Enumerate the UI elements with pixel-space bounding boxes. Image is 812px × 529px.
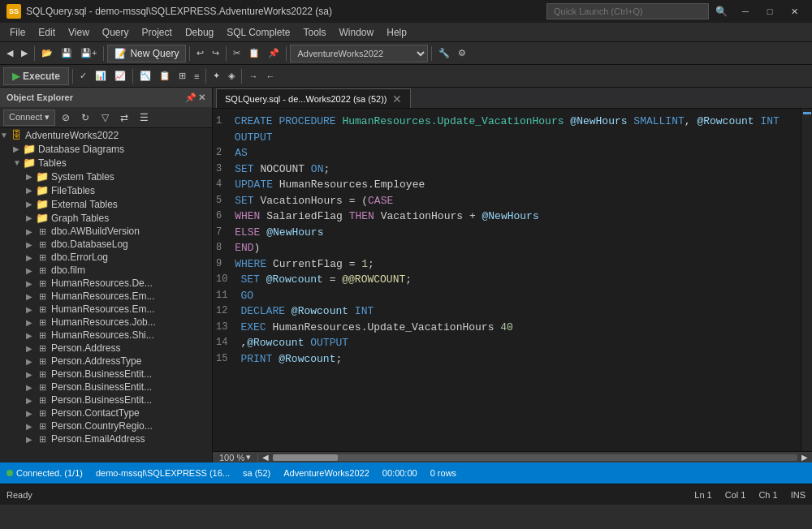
menu-window[interactable]: Window <box>333 24 381 41</box>
forward-button[interactable]: ▶ <box>18 44 31 63</box>
tree-node[interactable]: ▶⊞Person.Address <box>0 342 212 355</box>
tree-node[interactable]: ▶⊞Person.EmailAddress <box>0 432 212 445</box>
menu-edit[interactable]: Edit <box>32 24 62 41</box>
tree-expand-icon[interactable]: ▶ <box>26 240 36 249</box>
tree-node[interactable]: ▼🗄AdventureWorks2022 <box>0 128 212 142</box>
quick-launch-input[interactable] <box>546 3 709 19</box>
h-scroll-thumb[interactable] <box>273 454 338 461</box>
tree-expand-icon[interactable]: ▶ <box>26 344 36 353</box>
new-query-button[interactable]: 📝 New Query <box>107 45 186 62</box>
menu-view[interactable]: View <box>62 24 96 41</box>
tree-expand-icon[interactable]: ▶ <box>26 213 36 222</box>
tree-node[interactable]: ▶⊞HumanResources.Em... <box>0 303 212 316</box>
tree-node[interactable]: ▶⊞dbo.ErrorLog <box>0 251 212 264</box>
toolbar-extra2[interactable]: ⚙ <box>455 44 469 63</box>
display-estimated-button[interactable]: 📊 <box>92 67 110 86</box>
tab-close-button[interactable]: ✕ <box>392 92 402 105</box>
tree-expand-icon[interactable]: ▶ <box>26 200 36 209</box>
scroll-right-button[interactable]: ▶ <box>799 453 810 462</box>
close-oe-icon[interactable]: ✕ <box>198 92 205 103</box>
tree-expand-icon[interactable]: ▶ <box>26 435 36 444</box>
undo-button[interactable]: ↩ <box>193 44 207 63</box>
tree-node[interactable]: ▶⊞HumanResources.De... <box>0 277 212 290</box>
close-button[interactable]: ✕ <box>783 3 806 19</box>
filter-button[interactable]: ▽ <box>96 110 114 126</box>
tree-expand-icon[interactable]: ▶ <box>26 331 36 340</box>
tree-node[interactable]: ▶⊞Person.AddressType <box>0 355 212 368</box>
tree-expand-icon[interactable]: ▶ <box>26 409 36 418</box>
tree-expand-icon[interactable]: ▶ <box>26 305 36 314</box>
tree-node[interactable]: ▼📁Tables <box>0 156 212 170</box>
h-scroll-track[interactable] <box>273 454 797 461</box>
tree-expand-icon[interactable]: ▶ <box>26 186 36 195</box>
scroll-left-button[interactable]: ◀ <box>260 453 271 462</box>
results-text-button[interactable]: ≡ <box>191 67 202 86</box>
execute-button[interactable]: ▶ Execute <box>3 67 69 85</box>
outdent-button[interactable]: ← <box>262 67 278 86</box>
disconnect-button[interactable]: ⊘ <box>57 110 75 126</box>
tree-node[interactable]: ▶📁FileTables <box>0 183 212 197</box>
display-actual-button[interactable]: 📈 <box>111 67 129 86</box>
include-actual-button[interactable]: 📉 <box>136 67 154 86</box>
database-selector[interactable]: AdventureWorks2022 <box>290 45 428 62</box>
redo-button[interactable]: ↪ <box>209 44 222 63</box>
open-file-button[interactable]: 📂 <box>38 44 56 63</box>
menu-query[interactable]: Query <box>96 24 136 41</box>
tree-expand-icon[interactable]: ▶ <box>26 357 36 366</box>
tree-expand-icon[interactable]: ▶ <box>26 253 36 262</box>
connect-button[interactable]: Connect ▾ <box>3 110 55 126</box>
include-stats-button[interactable]: 📋 <box>156 67 174 86</box>
tree-node[interactable]: ▶⊞Person.BusinessEntit... <box>0 381 212 394</box>
menu-tools[interactable]: Tools <box>297 24 333 41</box>
save-button[interactable]: 💾 <box>58 44 76 63</box>
tree-expand-icon[interactable]: ▶ <box>26 422 36 431</box>
refresh-button[interactable]: ↻ <box>76 110 94 126</box>
zoom-dropdown-icon[interactable]: ▾ <box>246 452 251 462</box>
tree-node[interactable]: ▶⊞HumanResources.Job... <box>0 316 212 329</box>
maximize-button[interactable]: □ <box>758 3 781 19</box>
tree-node[interactable]: ▶📁Graph Tables <box>0 211 212 225</box>
copy-button[interactable]: 📋 <box>245 44 263 63</box>
tree-node[interactable]: ▶⊞Person.CountryRegio... <box>0 419 212 432</box>
indent-button[interactable]: → <box>245 67 261 86</box>
menu-debug[interactable]: Debug <box>179 24 220 41</box>
summary-button[interactable]: ☰ <box>135 110 153 126</box>
horizontal-scrollbar[interactable]: 100 % ▾ ◀ ▶ <box>213 451 812 462</box>
tree-expand-icon[interactable]: ▶ <box>26 292 36 301</box>
menu-file[interactable]: File <box>3 24 32 41</box>
tree-expand-icon[interactable]: ▶ <box>26 279 36 288</box>
tree-expand-icon[interactable]: ▼ <box>13 158 23 167</box>
comment-button[interactable]: ✦ <box>209 67 223 86</box>
tree-node[interactable]: ▶⊞dbo.AWBuildVersion <box>0 225 212 238</box>
paste-button[interactable]: 📌 <box>265 44 283 63</box>
tree-expand-icon[interactable]: ▶ <box>26 318 36 327</box>
tree-expand-icon[interactable]: ▶ <box>13 144 23 153</box>
tree-node[interactable]: ▶📁External Tables <box>0 197 212 211</box>
uncomment-button[interactable]: ◈ <box>225 67 238 86</box>
editor-tab[interactable]: SQLQuery.sql - de...Works2022 (sa (52)) … <box>216 88 411 108</box>
menu-project[interactable]: Project <box>136 24 179 41</box>
save-all-button[interactable]: 💾+ <box>77 44 100 63</box>
menu-sqlcomplete[interactable]: SQL Complete <box>220 24 296 41</box>
tree-node[interactable]: ▶⊞Person.ContactType <box>0 406 212 419</box>
tree-node[interactable]: ▶⊞HumanResources.Em... <box>0 290 212 303</box>
menu-help[interactable]: Help <box>380 24 413 41</box>
code-editor[interactable]: 1CREATE PROCEDURE HumanResources.Update_… <box>213 109 801 451</box>
tree-expand-icon[interactable]: ▼ <box>0 131 10 140</box>
tree-node[interactable]: ▶⊞dbo.film <box>0 264 212 277</box>
cut-button[interactable]: ✂ <box>230 44 244 63</box>
tree-node[interactable]: ▶📁Database Diagrams <box>0 142 212 156</box>
tree-node[interactable]: ▶📁System Tables <box>0 170 212 183</box>
minimize-button[interactable]: ─ <box>734 3 757 19</box>
tree-expand-icon[interactable]: ▶ <box>26 396 36 405</box>
tree-node[interactable]: ▶⊞HumanResources.Shi... <box>0 329 212 342</box>
tree-node[interactable]: ▶⊞Person.BusinessEntit... <box>0 368 212 381</box>
tree-expand-icon[interactable]: ▶ <box>26 383 36 392</box>
back-button[interactable]: ◀ <box>3 44 16 63</box>
toolbar-extra1[interactable]: 🔧 <box>435 44 453 63</box>
tree-node[interactable]: ▶⊞Person.BusinessEntit... <box>0 394 212 406</box>
parse-button[interactable]: ✓ <box>76 67 90 86</box>
tree-expand-icon[interactable]: ▶ <box>26 227 36 236</box>
sync-button[interactable]: ⇄ <box>115 110 133 126</box>
tree-expand-icon[interactable]: ▶ <box>26 370 36 379</box>
